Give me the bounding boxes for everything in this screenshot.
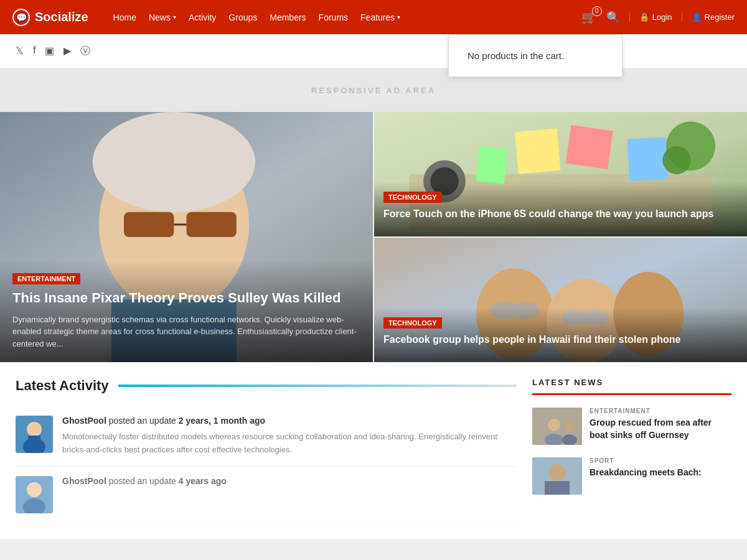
featured-main-category: ENTERTAINMENT [12, 273, 80, 284]
news-thumbnail [532, 408, 582, 445]
vimeo-icon[interactable]: ⓥ [80, 45, 90, 58]
activity-action-2: posted an update [109, 476, 179, 486]
featured-bottom-right-title: Facebook group helps people in Hawaii fi… [383, 334, 738, 347]
activity-user: GhostPool [62, 476, 106, 486]
nav-members[interactable]: Members [270, 12, 306, 22]
svg-rect-3 [124, 212, 174, 237]
activity-time: 2 years, 1 month ago [179, 416, 265, 426]
social-icons: 𝕏 f ▣ ▶ ⓥ [16, 45, 90, 58]
social-bar: 𝕏 f ▣ ▶ ⓥ [0, 34, 747, 68]
featured-main-desc: Dynamically brand synergistic schemas vi… [12, 314, 360, 350]
news-title: Group rescued from sea after boat sinks … [590, 417, 731, 441]
news-content: ENTERTAINMENT Group rescued from sea aft… [590, 408, 731, 445]
instagram-icon[interactable]: ▣ [45, 45, 54, 58]
nav-groups[interactable]: Groups [228, 12, 257, 22]
svg-rect-4 [187, 212, 237, 237]
featured-bottom-right-overlay: TECHNOLOGY Facebook group helps people i… [374, 307, 747, 362]
news-item[interactable]: SPORT Breakdancing meets Bach: [532, 457, 731, 495]
featured-grid: ENTERTAINMENT This Insane Pixar Theory P… [0, 112, 747, 362]
register-button[interactable]: 👤 Register [682, 12, 735, 22]
features-chevron-icon: ▾ [397, 14, 400, 21]
cart-empty-message: No products in the cart. [467, 50, 564, 61]
svg-point-16 [662, 146, 690, 174]
activity-item: GhostPool posted an update 4 years ago [16, 467, 517, 523]
cart-badge: 0 [592, 6, 602, 16]
nav-features[interactable]: Features ▾ [360, 12, 400, 22]
news-item[interactable]: ENTERTAINMENT Group rescued from sea aft… [532, 408, 731, 445]
latest-news-section: LATEST NEWS ENTERTAINMENT Group rescued … [532, 378, 731, 523]
featured-top-right[interactable]: TECHNOLOGY Force Touch on the iPhone 6S … [374, 112, 747, 236]
svg-rect-13 [627, 137, 669, 181]
avatar [16, 476, 53, 513]
avatar [16, 416, 53, 453]
svg-rect-28 [28, 436, 40, 448]
nav-news[interactable]: News ▾ [149, 12, 176, 22]
svg-rect-14 [476, 146, 508, 184]
activity-user: GhostPool [62, 416, 106, 426]
svg-point-38 [548, 464, 566, 482]
featured-top-right-overlay: TECHNOLOGY Force Touch on the iPhone 6S … [374, 182, 747, 236]
activity-meta: GhostPool posted an update 4 years ago [62, 476, 517, 486]
news-category: SPORT [590, 457, 731, 464]
activity-content: GhostPool posted an update 2 years, 1 mo… [62, 416, 517, 457]
latest-news-title: LATEST NEWS [532, 378, 731, 395]
facebook-icon[interactable]: f [33, 45, 35, 58]
featured-bottom-right[interactable]: TECHNOLOGY Facebook group helps people i… [374, 238, 747, 362]
featured-main-title: This Insane Pixar Theory Proves Sulley W… [12, 289, 360, 307]
activity-item: GhostPool posted an update 2 years, 1 mo… [16, 406, 517, 467]
main-nav: Home News ▾ Activity Groups Members Foru… [113, 12, 581, 22]
nav-home[interactable]: Home [113, 12, 136, 22]
activity-action: posted an update [109, 416, 179, 426]
youtube-icon[interactable]: ▶ [63, 45, 71, 58]
svg-rect-12 [566, 125, 613, 169]
svg-point-2 [93, 112, 255, 212]
logo-icon: 💬 [12, 9, 30, 26]
svg-point-26 [27, 422, 42, 437]
person-icon: 👤 [692, 12, 702, 22]
activity-time-2: 4 years ago [179, 476, 227, 486]
cart-dropdown: No products in the cart. [448, 34, 622, 77]
featured-bottom-right-category: TECHNOLOGY [383, 317, 442, 329]
featured-main-overlay: ENTERTAINMENT This Insane Pixar Theory P… [0, 260, 373, 362]
svg-point-35 [565, 421, 575, 431]
news-chevron-icon: ▾ [173, 14, 176, 21]
activity-meta: GhostPool posted an update 2 years, 1 mo… [62, 416, 517, 426]
lock-icon: 🔒 [639, 12, 649, 22]
brand-name: Socialize [35, 10, 88, 24]
news-content: SPORT Breakdancing meets Bach: [590, 457, 731, 495]
header: 💬 Socialize Home News ▾ Activity Groups … [0, 0, 747, 34]
main-content: Latest Activity GhostPool posted an upda… [0, 362, 747, 539]
svg-rect-39 [545, 481, 570, 495]
news-category: ENTERTAINMENT [590, 408, 731, 414]
news-title: Breakdancing meets Bach: [590, 467, 731, 479]
header-right: 🛒 0 🔍 🔒 Login 👤 Register [581, 10, 735, 25]
nav-forums[interactable]: Forums [319, 12, 348, 22]
ad-area: RESPONSIVE AD AREA [0, 68, 747, 112]
featured-main[interactable]: ENTERTAINMENT This Insane Pixar Theory P… [0, 112, 373, 362]
cart-button[interactable]: 🛒 0 [581, 10, 597, 25]
featured-top-right-category: TECHNOLOGY [383, 192, 442, 203]
svg-point-30 [27, 482, 42, 497]
login-button[interactable]: 🔒 Login [629, 12, 672, 22]
featured-top-right-title: Force Touch on the iPhone 6S could chang… [383, 208, 738, 221]
activity-section-header: Latest Activity [16, 378, 517, 394]
activity-text: Monotonectally foster distributed models… [62, 431, 517, 457]
search-button[interactable]: 🔍 [606, 11, 620, 24]
logo[interactable]: 💬 Socialize [12, 9, 88, 26]
svg-rect-11 [515, 128, 560, 174]
svg-point-33 [548, 419, 560, 431]
activity-section-bar [118, 385, 517, 387]
latest-activity-section: Latest Activity GhostPool posted an upda… [16, 378, 517, 523]
activity-section-title: Latest Activity [16, 378, 109, 394]
nav-activity[interactable]: Activity [189, 12, 216, 22]
activity-content: GhostPool posted an update 4 years ago [62, 476, 517, 513]
twitter-icon[interactable]: 𝕏 [16, 45, 24, 58]
news-thumbnail [532, 457, 582, 495]
